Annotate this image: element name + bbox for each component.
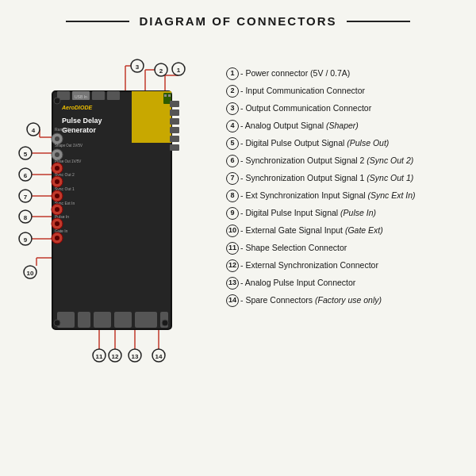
svg-text:3: 3 [136, 63, 140, 71]
legend-italic: (Gate Ext) [345, 225, 383, 235]
legend-italic: (Sync Out 1) [367, 173, 413, 182]
svg-text:Sync Out 2: Sync Out 2 [55, 172, 75, 177]
header: DIAGRAM OF CONNECTORS [0, 0, 476, 36]
svg-point-98 [162, 320, 168, 326]
svg-rect-95 [135, 312, 157, 328]
svg-rect-54 [72, 91, 90, 100]
svg-rect-48 [132, 91, 171, 143]
svg-text:Pulse Delay: Pulse Delay [62, 117, 102, 125]
header-line-right [347, 21, 410, 22]
header-line-left [66, 21, 129, 22]
legend-item: 3- Output Communication Connector [226, 102, 468, 115]
svg-text:AeroDIODE: AeroDIODE [61, 105, 92, 110]
legend-italic: (Factory use only) [315, 295, 382, 305]
legend-number: 4 [226, 120, 239, 132]
legend-number: 12 [226, 259, 239, 272]
svg-point-97 [54, 98, 60, 104]
svg-point-6 [155, 63, 167, 76]
svg-point-20 [19, 168, 32, 181]
svg-text:USB In: USB In [75, 94, 87, 99]
page-container: DIAGRAM OF CONNECTORS 1 2 [0, 0, 476, 448]
legend-number: 11 [226, 242, 239, 255]
svg-text:4: 4 [32, 127, 36, 134]
svg-point-36 [93, 349, 106, 362]
svg-text:Pulse In: Pulse In [55, 214, 69, 219]
svg-point-72 [55, 179, 60, 184]
svg-text:6: 6 [24, 172, 28, 179]
svg-text:14: 14 [155, 353, 163, 360]
svg-point-81 [55, 221, 60, 226]
svg-rect-51 [164, 94, 167, 97]
svg-point-29 [19, 232, 32, 245]
svg-point-84 [55, 236, 60, 240]
svg-rect-86 [170, 109, 179, 116]
svg-point-33 [24, 266, 36, 278]
svg-rect-52 [168, 94, 171, 97]
svg-text:Shape Out 1V/5V: Shape Out 1V/5V [55, 144, 83, 148]
svg-point-45 [152, 349, 165, 362]
legend-item: 11- Shape Selection Connector [226, 242, 468, 255]
svg-rect-53 [57, 91, 70, 100]
svg-point-80 [52, 218, 63, 229]
svg-point-75 [55, 194, 60, 198]
svg-point-26 [19, 210, 32, 223]
legend-item: 4- Analog Output Signal (Shaper) [226, 120, 468, 132]
legend-number: 13 [226, 277, 239, 290]
content-area: 1 2 3 4 5 [0, 36, 476, 448]
svg-rect-92 [78, 312, 90, 328]
svg-rect-49 [167, 91, 171, 143]
svg-rect-87 [170, 118, 179, 125]
svg-rect-96 [160, 312, 168, 328]
svg-text:1: 1 [177, 67, 181, 74]
svg-point-83 [52, 232, 63, 244]
svg-point-17 [19, 147, 32, 159]
svg-text:Gate In: Gate In [55, 228, 68, 233]
svg-text:9: 9 [24, 236, 28, 244]
legend-number: 6 [226, 155, 239, 167]
legend-item: 9- Digital Pulse Input Signal (Pulse In) [226, 207, 468, 220]
svg-point-10 [131, 60, 144, 72]
svg-point-69 [55, 166, 60, 171]
svg-rect-91 [57, 312, 75, 328]
legend-italic: (Sync Ext In) [368, 190, 416, 200]
legend-number: 14 [226, 294, 239, 307]
legend-number: 10 [226, 225, 239, 237]
svg-rect-88 [170, 127, 179, 133]
svg-rect-47 [52, 91, 171, 329]
svg-rect-57 [107, 91, 120, 100]
svg-point-42 [129, 349, 141, 362]
legend-number: 3 [226, 102, 239, 115]
svg-point-14 [27, 123, 40, 136]
legend-item: 13- Analog Pulse Input Connector [226, 277, 468, 290]
legend-item: 6- Synchronization Output Signal 2 (Sync… [226, 155, 468, 167]
legend-item: 14- Spare Connectors (Factory use only) [226, 294, 468, 307]
svg-text:12: 12 [112, 353, 119, 360]
annotation-svg: 1 2 3 4 5 [8, 44, 214, 448]
svg-text:11: 11 [96, 353, 103, 360]
legend-item: 2- Input Communication Connector [226, 85, 468, 98]
diagram-area: 1 2 3 4 5 [8, 44, 214, 448]
legend-italic: (Shaper) [326, 121, 359, 130]
svg-rect-85 [170, 101, 179, 107]
svg-point-68 [52, 163, 63, 174]
svg-rect-89 [170, 136, 179, 142]
svg-text:7: 7 [24, 194, 28, 201]
legend-number: 1 [226, 67, 239, 80]
svg-point-2 [172, 63, 185, 75]
legend-number: 5 [226, 137, 239, 150]
page-title: DIAGRAM OF CONNECTORS [139, 14, 336, 28]
svg-rect-50 [163, 93, 171, 104]
legend-area: 1- Power connector (5V / 0.7A)2- Input C… [222, 44, 468, 312]
svg-text:Generator: Generator [62, 126, 97, 134]
svg-text:10: 10 [27, 270, 34, 277]
svg-text:Ramp Out: Ramp Out [55, 127, 73, 132]
svg-text:Sync Out 1: Sync Out 1 [55, 186, 75, 191]
svg-point-74 [52, 190, 63, 202]
legend-item: 12- External Synchronization Connector [226, 259, 468, 272]
legend-number: 9 [226, 207, 239, 220]
svg-point-71 [52, 176, 63, 187]
legend-item: 8- Ext Synchronization Input Signal (Syn… [226, 190, 468, 202]
legend-italic: (Pulse In) [340, 208, 376, 217]
legend-item: 7- Synchronization Output Signal 1 (Sync… [226, 172, 468, 185]
svg-text:Pulse Out 1V/5V: Pulse Out 1V/5V [55, 159, 81, 163]
